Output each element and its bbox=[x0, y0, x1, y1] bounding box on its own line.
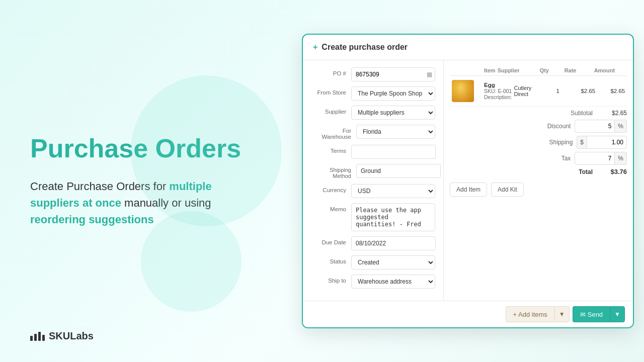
shipping-input[interactable] bbox=[587, 136, 627, 149]
table-row: Egg SKU: E-001 Description: CutleryDirec… bbox=[450, 76, 627, 107]
items-section: Item Supplier Qty Rate Amount Egg SK bbox=[444, 60, 633, 301]
logo-bar-1 bbox=[30, 336, 33, 341]
discount-suffix: % bbox=[615, 120, 627, 133]
supplier-row: Supplier Multiple suppliers bbox=[311, 106, 435, 120]
po-input[interactable] bbox=[351, 67, 435, 81]
add-buttons: Add Item Add Kit bbox=[450, 183, 627, 197]
for-warehouse-row: ForWarehouse Florida bbox=[311, 125, 435, 140]
items-table-header: Item Supplier Qty Rate Amount bbox=[450, 65, 627, 76]
logo-bar-3 bbox=[38, 332, 41, 341]
modal-title: Create purchase order bbox=[321, 43, 408, 52]
col-item: Item bbox=[484, 67, 496, 73]
send-dropdown-button[interactable]: ▼ bbox=[610, 306, 625, 322]
col-image bbox=[452, 67, 482, 73]
currency-select[interactable]: USD bbox=[351, 184, 435, 198]
logo-icon bbox=[30, 332, 45, 341]
supplier-label: Supplier bbox=[311, 106, 351, 115]
add-items-label: + Add items bbox=[513, 311, 547, 318]
memo-textarea[interactable]: Please use the app suggested quantities!… bbox=[351, 203, 435, 231]
egg-shape bbox=[456, 82, 470, 100]
from-store-select[interactable]: The Purple Spoon Shop bbox=[351, 86, 435, 101]
tax-input[interactable] bbox=[575, 152, 615, 165]
po-label: PO # bbox=[311, 67, 351, 76]
left-panel: Purchase Orders Create Purchase Orders f… bbox=[0, 0, 292, 362]
item-rate: $2.65 bbox=[581, 88, 608, 94]
total-label: Total bbox=[562, 168, 593, 175]
memo-label: Memo bbox=[311, 203, 351, 212]
logo-text: SKULabs bbox=[49, 330, 94, 342]
shipping-row: Shipping $ bbox=[450, 136, 627, 149]
shipping-input-wrapper: $ bbox=[577, 136, 627, 149]
discount-input-wrapper: % bbox=[575, 120, 627, 133]
po-input-wrapper: ▦ bbox=[351, 67, 435, 81]
tax-row: Tax % bbox=[450, 152, 627, 165]
totals-section: Subtotal $2.65 Discount % bbox=[450, 110, 627, 178]
due-date-label: Due Date bbox=[311, 236, 351, 245]
modal-body: PO # ▦ From Store The Purple Spoon Shop bbox=[303, 60, 633, 301]
logo: SKULabs bbox=[30, 330, 94, 342]
discount-input[interactable] bbox=[575, 120, 615, 133]
terms-row: Terms bbox=[311, 145, 435, 159]
discount-row: Discount % bbox=[450, 120, 627, 133]
add-items-dropdown-button[interactable]: ▼ bbox=[554, 306, 570, 322]
page-wrapper: Purchase Orders Create Purchase Orders f… bbox=[0, 0, 644, 362]
item-info: Egg SKU: E-001 Description: bbox=[484, 82, 512, 100]
subtotal-label: Subtotal bbox=[562, 110, 593, 117]
item-sku: SKU: E-001 bbox=[484, 88, 512, 94]
plus-icon: + bbox=[313, 43, 317, 52]
modal-header: + Create purchase order bbox=[303, 35, 633, 60]
item-qty: 1 bbox=[556, 88, 579, 94]
item-description-label: Description: bbox=[484, 94, 512, 100]
total-row: Total $3.76 bbox=[450, 168, 627, 175]
logo-bar-4 bbox=[42, 335, 45, 341]
form-section: PO # ▦ From Store The Purple Spoon Shop bbox=[303, 60, 444, 301]
from-store-row: From Store The Purple Spoon Shop bbox=[311, 86, 435, 101]
from-store-label: From Store bbox=[311, 86, 351, 96]
tax-input-wrapper: % bbox=[575, 152, 627, 165]
shipping-method-row: ShippingMethod bbox=[311, 164, 435, 179]
shipping-label: Shipping bbox=[542, 139, 573, 146]
create-purchase-order-modal: + Create purchase order PO # ▦ bbox=[302, 34, 634, 328]
terms-input[interactable] bbox=[351, 145, 436, 159]
status-label: Status bbox=[311, 255, 351, 264]
total-value: $3.76 bbox=[597, 168, 627, 175]
for-warehouse-label: ForWarehouse bbox=[311, 125, 356, 140]
shipping-method-input[interactable] bbox=[356, 164, 441, 178]
terms-label: Terms bbox=[311, 145, 351, 154]
currency-label: Currency bbox=[311, 184, 351, 193]
decorative-circle-2 bbox=[141, 211, 242, 312]
status-select[interactable]: Created bbox=[351, 255, 435, 269]
status-row: Status Created bbox=[311, 255, 435, 269]
col-qty: Qty bbox=[540, 67, 562, 73]
calendar-icon: ▦ bbox=[427, 71, 432, 78]
col-supplier: Supplier bbox=[498, 67, 538, 73]
item-name: Egg bbox=[484, 82, 512, 88]
due-date-input[interactable] bbox=[351, 236, 436, 250]
send-icon: ✉ bbox=[580, 311, 586, 318]
shipping-prefix: $ bbox=[577, 136, 587, 149]
ship-to-row: Ship to Warehouse address bbox=[311, 275, 435, 289]
tax-suffix: % bbox=[615, 152, 627, 165]
currency-row: Currency USD bbox=[311, 184, 435, 198]
item-amount: $2.65 bbox=[610, 88, 633, 94]
modal-footer: + Add items ▼ ✉ Send ▼ bbox=[303, 301, 633, 327]
for-warehouse-select[interactable]: Florida bbox=[356, 125, 435, 139]
po-row: PO # ▦ bbox=[311, 67, 435, 81]
highlight-reorder: reordering suggestions bbox=[30, 213, 154, 226]
due-date-row: Due Date bbox=[311, 236, 435, 250]
subtotal-row: Subtotal $2.65 bbox=[450, 110, 627, 117]
decorative-circle-1 bbox=[131, 75, 282, 226]
tax-label: Tax bbox=[540, 155, 571, 162]
col-rate: Rate bbox=[565, 67, 592, 73]
subtotal-value: $2.65 bbox=[597, 110, 627, 117]
item-supplier: CutleryDirect bbox=[514, 85, 554, 97]
add-items-button[interactable]: + Add items bbox=[506, 306, 554, 322]
ship-to-select[interactable]: Warehouse address bbox=[351, 275, 435, 289]
memo-row: Memo Please use the app suggested quanti… bbox=[311, 203, 435, 231]
add-kit-button[interactable]: Add Kit bbox=[491, 183, 524, 197]
send-label: Send bbox=[588, 311, 603, 318]
right-panel: + Create purchase order PO # ▦ bbox=[292, 0, 644, 362]
send-button[interactable]: ✉ Send bbox=[573, 306, 610, 322]
add-item-button[interactable]: Add Item bbox=[450, 183, 487, 197]
supplier-select[interactable]: Multiple suppliers bbox=[351, 106, 435, 120]
